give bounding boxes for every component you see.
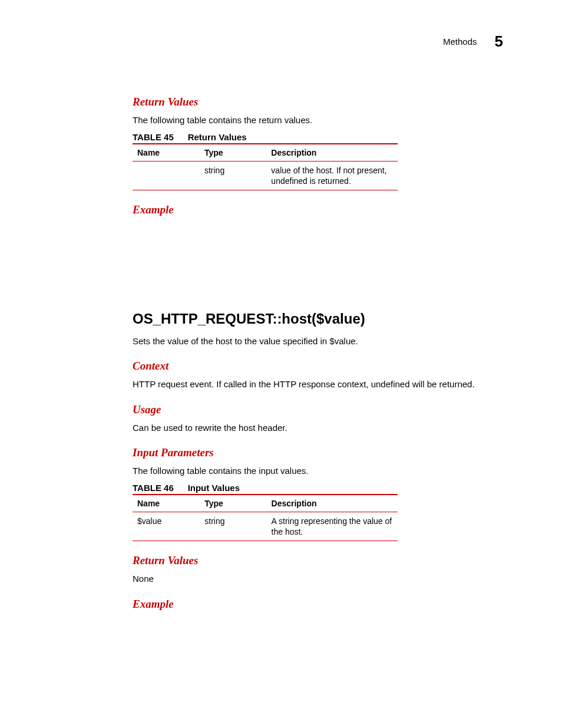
- return-values-intro: The following table contains the return …: [133, 114, 503, 126]
- return-values-2-body: None: [133, 573, 503, 585]
- table-45-number: TABLE 45: [133, 132, 174, 142]
- return-values-heading: Return Values: [133, 95, 503, 108]
- example-2-heading: Example: [133, 598, 503, 611]
- cell-desc: value of the host. If not present, undef…: [266, 161, 398, 190]
- col-desc: Description: [267, 495, 398, 512]
- col-type: Type: [200, 144, 266, 162]
- cell-type: string: [200, 512, 266, 541]
- cell-type: string: [200, 161, 266, 190]
- table-row: string value of the host. If not present…: [133, 161, 398, 190]
- method-title: OS_HTTP_REQUEST::host($value): [133, 311, 503, 327]
- col-name: Name: [133, 144, 200, 162]
- input-parameters-intro: The following table contains the input v…: [133, 465, 503, 477]
- cell-name: [133, 161, 200, 190]
- col-desc: Description: [266, 144, 398, 162]
- method-description: Sets the value of the host to the value …: [133, 335, 503, 347]
- col-name: Name: [133, 495, 200, 512]
- context-body: HTTP request event. If called in the HTT…: [133, 378, 503, 390]
- table-46-title: Input Values: [188, 483, 240, 493]
- example-heading: Example: [133, 203, 503, 216]
- cell-name: $value: [133, 512, 200, 541]
- page-header: Methods 5: [443, 32, 503, 51]
- context-heading: Context: [133, 360, 503, 373]
- input-parameters-heading: Input Parameters: [133, 446, 503, 459]
- usage-heading: Usage: [133, 403, 503, 416]
- table-45-title: Return Values: [188, 132, 247, 142]
- usage-body: Can be used to rewrite the host header.: [133, 422, 503, 434]
- table-45: Name Type Description string value of th…: [133, 143, 398, 190]
- table-46-number: TABLE 46: [133, 483, 174, 493]
- col-type: Type: [200, 495, 266, 512]
- return-values-2-heading: Return Values: [133, 554, 503, 567]
- cell-desc: A string representing the value of the h…: [267, 512, 398, 541]
- table-46-caption: TABLE 46 Input Values: [133, 483, 503, 493]
- header-chapter-number: 5: [495, 32, 503, 51]
- table-46: Name Type Description $value string A st…: [133, 494, 398, 541]
- header-section: Methods: [443, 37, 477, 47]
- table-row: $value string A string representing the …: [133, 512, 398, 541]
- table-45-caption: TABLE 45 Return Values: [133, 132, 503, 142]
